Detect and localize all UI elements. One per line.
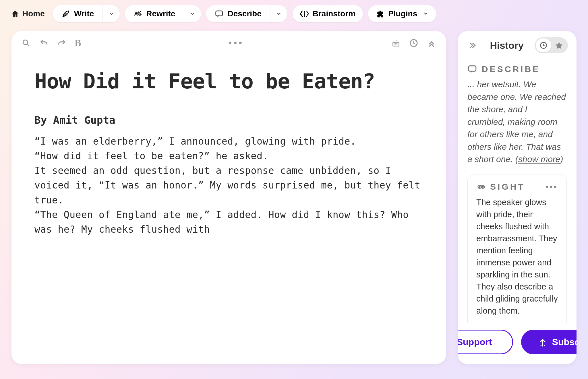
search-icon[interactable] — [21, 38, 31, 48]
more-menu[interactable]: ••• — [229, 37, 244, 48]
support-label: Support — [458, 337, 492, 347]
sight-header: SIGHT ••• — [476, 182, 558, 192]
starred-toggle[interactable] — [551, 38, 567, 52]
home-icon — [11, 9, 20, 18]
recent-toggle[interactable] — [536, 38, 551, 52]
home-button[interactable]: Home — [8, 7, 48, 20]
brain-icon — [300, 9, 309, 18]
describe-label: Describe — [227, 9, 261, 18]
subscribe-label: Subscribe — [552, 337, 577, 347]
brainstorm-button[interactable]: Brainstorm — [293, 5, 363, 22]
rewrite-dropdown[interactable] — [184, 5, 201, 22]
rewrite-label: Rewrite — [146, 9, 175, 18]
history-body: DESCRIBE ... her wetsuit. We became one.… — [458, 59, 577, 323]
plugins-button[interactable]: Plugins — [368, 5, 436, 22]
describe-section-icon — [467, 64, 477, 74]
history-toggle — [535, 37, 568, 53]
rewrite-menu: Rewrite — [125, 5, 201, 22]
describe-section-label: DESCRIBE — [482, 64, 540, 74]
editor-toolbar: B ••• — [11, 31, 446, 55]
sight-label: SIGHT — [490, 182, 525, 192]
write-dropdown[interactable] — [102, 5, 120, 22]
eyes-icon — [476, 182, 486, 192]
history-panel: History DESCRIBE ... her we — [458, 31, 577, 364]
history-footer: Support Subscribe — [458, 323, 577, 364]
document-body[interactable]: “I was an elderberry,” I announced, glow… — [34, 134, 423, 237]
sight-menu[interactable]: ••• — [545, 182, 558, 192]
write-menu: Write — [53, 5, 120, 22]
chevron-down-icon — [423, 9, 429, 18]
describe-button[interactable]: Describe — [206, 5, 270, 22]
describe-section: DESCRIBE ... her wetsuit. We became one.… — [467, 64, 567, 166]
describe-showmore-wrap: (show more) — [515, 154, 563, 164]
describe-preview-prefix: ... — [467, 79, 477, 89]
write-label: Write — [74, 9, 94, 18]
sight-body: The speaker glows with pride, their chee… — [476, 196, 558, 317]
document-byline[interactable]: By Amit Gupta — [34, 114, 423, 126]
describe-preview: ... her wetsuit. We became one. We reach… — [467, 78, 567, 166]
subscribe-button[interactable]: Subscribe — [521, 330, 577, 354]
plugins-label: Plugins — [388, 9, 417, 18]
support-button[interactable]: Support — [458, 330, 513, 354]
ai-write-icon[interactable] — [391, 38, 401, 48]
editor-card: B ••• How Did it Feel to be Eaten? By Am… — [11, 31, 446, 364]
brainstorm-label: Brainstorm — [313, 9, 355, 18]
svg-point-8 — [479, 186, 480, 187]
home-label: Home — [22, 9, 45, 18]
bold-button[interactable]: B — [75, 38, 81, 48]
describe-dropdown[interactable] — [270, 5, 287, 22]
describe-icon — [215, 9, 223, 18]
svg-point-9 — [482, 186, 483, 187]
rewrite-icon — [134, 9, 142, 18]
describe-menu: Describe — [206, 5, 287, 22]
history-title: History — [479, 40, 535, 51]
show-more-link[interactable]: show more — [518, 154, 560, 164]
undo-icon[interactable] — [39, 38, 49, 48]
editor-body[interactable]: How Did it Feel to be Eaten? By Amit Gup… — [11, 55, 446, 364]
document-title[interactable]: How Did it Feel to be Eaten? — [34, 68, 423, 94]
describe-preview-text: her wetsuit. We became one. We reached t… — [467, 79, 566, 164]
workspace: B ••• How Did it Feel to be Eaten? By Am… — [0, 22, 588, 376]
top-nav: Home Write Rewrite Describe — [0, 0, 588, 22]
svg-point-1 — [23, 40, 28, 44]
collapse-panel-icon[interactable] — [466, 39, 479, 52]
sight-card: SIGHT ••• The speaker glows with pride, … — [467, 174, 567, 323]
svg-rect-5 — [469, 66, 476, 71]
rewrite-button[interactable]: Rewrite — [125, 5, 184, 22]
history-header: History — [458, 31, 577, 59]
describe-header: DESCRIBE — [467, 64, 567, 74]
write-button[interactable]: Write — [53, 5, 103, 22]
svg-rect-0 — [216, 11, 223, 16]
history-icon[interactable] — [409, 38, 419, 48]
collapse-up-icon[interactable] — [427, 38, 436, 48]
puzzle-icon — [376, 9, 384, 18]
feather-icon — [61, 9, 70, 18]
redo-icon[interactable] — [57, 38, 67, 48]
